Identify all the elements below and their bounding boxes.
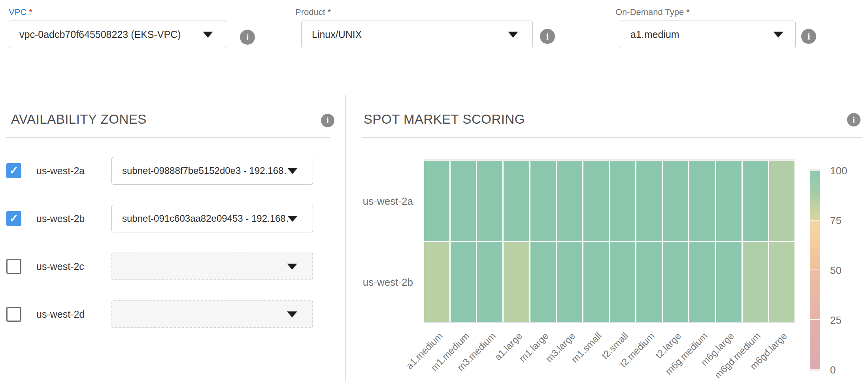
chevron-down-icon [287,168,298,174]
az-checkbox-us-west-2d[interactable] [6,307,21,322]
on-demand-type-select-value: a1.medium [620,29,679,40]
spot-market-scoring-title: SPOT MARKET SCORING [364,112,525,127]
az-subnet-select-us-west-2a[interactable]: subnet-09888f7be5152d0e3 - 192.168… [111,157,313,185]
colorbar-tick-75: 75 [830,214,862,227]
vpc-label-text: VPC [9,7,26,17]
colorbar-tick-25: 25 [830,314,862,326]
spot-market-scoring-info-icon[interactable]: i [847,113,860,126]
panel-divider [345,95,346,381]
chevron-down-icon [287,216,298,222]
heatmap-cell-us-west-2a-m1.medium[interactable] [451,161,476,241]
vpc-required-asterisk: * [29,7,32,17]
colorbar-segment-25-0 [810,320,820,369]
heatmap-colorbar [810,169,820,371]
chevron-down-icon [287,311,297,317]
az-subnet-select-us-west-2b[interactable]: subnet-091c603aa82e09453 - 192.168… [111,205,313,232]
heatmap-cell-us-west-2a-m1.small[interactable] [583,161,609,241]
heatmap-cell-us-west-2b-t2.medium[interactable] [636,242,662,322]
colorbar-segment-100-75 [810,171,820,220]
heatmap-cell-us-west-2b-m1.medium[interactable] [451,242,476,322]
product-info-icon[interactable]: i [540,29,555,44]
heatmap-cell-us-west-2a-t2.medium[interactable] [636,161,662,241]
az-zone-label: us-west-2d [36,308,85,321]
heatmap-cell-us-west-2a-m1.large[interactable] [530,161,556,241]
az-checkbox-us-west-2a[interactable]: ✓ [6,163,21,178]
az-subnet-value: subnet-091c603aa82e09453 - 192.168… [112,213,288,224]
product-select[interactable]: Linux/UNIX [301,21,533,48]
heatmap-cell-us-west-2a-m6g.medium[interactable] [689,161,715,241]
az-subnet-value: subnet-09888f7be5152d0e3 - 192.168… [112,165,288,176]
heatmap-cell-us-west-2a-m6gd.large[interactable] [769,161,794,241]
spot-market-scoring-divider [362,137,862,138]
colorbar-segment-75-50 [810,221,820,270]
availability-zones-info-icon[interactable]: i [321,114,334,127]
heatmap-cell-us-west-2b-m6gd.large[interactable] [769,242,794,322]
vpc-label: VPC* [9,7,32,17]
on-demand-type-required-asterisk: * [686,7,690,17]
heatmap-cell-us-west-2b-m1.small[interactable] [583,242,609,322]
heatmap-cell-us-west-2b-a1.medium[interactable] [424,242,449,322]
az-zone-label: us-west-2c [36,260,84,273]
heatmap-cell-us-west-2b-t2.small[interactable] [610,242,635,322]
on-demand-type-label: On-Demand Type* [615,7,690,17]
heatmap-cell-us-west-2a-m6g.large[interactable] [716,161,742,241]
heatmap-cell-us-west-2a-t2.large[interactable] [663,161,688,241]
chevron-down-icon [287,264,297,270]
az-checkbox-us-west-2b[interactable]: ✓ [6,211,21,226]
az-checkbox-us-west-2c[interactable] [6,259,21,274]
product-select-value: Linux/UNIX [302,29,362,40]
heatmap-cell-us-west-2b-m6g.large[interactable] [716,242,742,322]
az-zone-label: us-west-2a [36,164,85,177]
heatmap-cell-us-west-2a-m6gd.medium[interactable] [743,161,768,241]
heatmap-cell-us-west-2b-a1.large[interactable] [504,242,529,322]
chevron-down-icon [773,32,783,38]
vpc-select-value: vpc-0adcb70f645508223 (EKS-VPC) [9,29,181,40]
heatmap-cell-us-west-2a-t2.small[interactable] [610,161,635,241]
on-demand-type-info-icon[interactable]: i [801,29,816,44]
on-demand-type-label-text: On-Demand Type [615,7,684,17]
on-demand-type-select[interactable]: a1.medium [620,21,796,48]
product-label: Product* [295,7,331,17]
heatmap-cell-us-west-2a-a1.medium[interactable] [424,161,449,241]
heatmap-y-label: us-west-2a [348,195,413,207]
product-required-asterisk: * [328,7,331,17]
heatmap-cell-us-west-2b-m3.medium[interactable] [477,242,502,322]
availability-zones-title: AVAILABILITY ZONES [11,112,147,127]
heatmap-cell-us-west-2b-m6g.medium[interactable] [689,242,715,322]
vpc-info-icon[interactable]: i [240,30,255,45]
az-subnet-select-us-west-2d[interactable] [111,300,313,328]
spot-market-heatmap [424,159,794,323]
heatmap-y-label: us-west-2b [348,276,413,289]
product-label-text: Product [295,7,325,17]
vpc-select[interactable]: vpc-0adcb70f645508223 (EKS-VPC) [9,21,226,48]
heatmap-grid [424,161,794,322]
heatmap-cell-us-west-2b-m6gd.medium[interactable] [743,242,768,322]
availability-zones-divider [6,137,330,138]
colorbar-tick-100: 100 [830,164,862,177]
colorbar-segment-50-25 [810,270,820,319]
heatmap-cell-us-west-2b-m3.large[interactable] [557,242,582,322]
heatmap-cell-us-west-2a-a1.large[interactable] [504,161,529,241]
az-subnet-select-us-west-2c[interactable] [111,253,313,280]
colorbar-tick-50: 50 [830,264,862,277]
colorbar-tick-0: 0 [830,364,862,376]
chevron-down-icon [508,32,518,38]
chevron-down-icon [203,32,213,38]
heatmap-cell-us-west-2a-m3.medium[interactable] [477,161,502,241]
az-zone-label: us-west-2b [36,212,85,225]
heatmap-cell-us-west-2b-t2.large[interactable] [663,242,688,322]
heatmap-cell-us-west-2b-m1.large[interactable] [530,242,556,322]
heatmap-cell-us-west-2a-m3.large[interactable] [557,161,582,241]
